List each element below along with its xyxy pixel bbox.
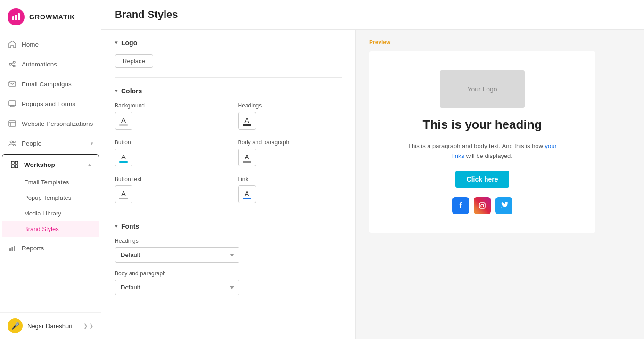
headings-font-select[interactable]: Default xyxy=(115,247,239,263)
background-color-btn[interactable]: A xyxy=(115,112,132,130)
svg-rect-17 xyxy=(15,161,18,164)
logo-section: ▾ Logo Replace xyxy=(115,39,342,78)
svg-point-14 xyxy=(10,141,13,143)
home-icon xyxy=(8,40,17,49)
instagram-icon xyxy=(474,197,491,214)
colors-divider xyxy=(115,213,342,213)
body-color-bar xyxy=(243,161,251,163)
paragraph-text-start: This is a paragraph and body text. And t… xyxy=(408,142,545,149)
reports-label: Reports xyxy=(22,245,93,252)
facebook-icon: f xyxy=(452,197,469,214)
web-icon xyxy=(8,119,17,128)
svg-rect-2 xyxy=(18,13,20,20)
button-text-label: Button text xyxy=(115,176,219,182)
svg-point-3 xyxy=(9,63,11,65)
people-icon xyxy=(8,139,17,148)
workshop-label: Workshop xyxy=(24,161,83,168)
app-name: GROWMATIK xyxy=(29,13,75,21)
people-chevron: ▾ xyxy=(91,141,93,147)
workshop-chevron: ▴ xyxy=(88,162,91,168)
preview-paragraph: This is a paragraph and body text. And t… xyxy=(402,141,562,161)
page-header: Brand Styles xyxy=(101,0,644,30)
svg-rect-21 xyxy=(12,247,13,251)
button-text-color-btn[interactable]: A xyxy=(115,185,132,203)
svg-rect-20 xyxy=(9,248,11,251)
main-content: Brand Styles ▾ Logo Replace ▾ Colors xyxy=(101,0,644,339)
sidebar-item-brand-styles[interactable]: Brand Styles xyxy=(2,221,99,237)
button-color-item: Button A xyxy=(115,139,219,166)
link-label: Link xyxy=(238,176,343,182)
body-font-label: Body and paragraph xyxy=(115,270,342,277)
fonts-fields: Headings Default Body and paragraph Defa… xyxy=(115,238,342,295)
headings-font-label: Headings xyxy=(115,238,342,244)
link-color-bar xyxy=(243,198,251,199)
website-personalizations-label: Website Personalizations xyxy=(22,120,93,127)
svg-rect-0 xyxy=(12,16,14,20)
workshop-group: Workshop ▴ Email Templates Popup Templat… xyxy=(2,154,99,237)
paragraph-text-end: will be displayed. xyxy=(464,152,512,159)
sidebar-item-reports[interactable]: Reports xyxy=(0,238,101,258)
colors-section-header[interactable]: ▾ Colors xyxy=(115,87,342,95)
fonts-collapse-icon: ▾ xyxy=(115,223,117,230)
svg-rect-18 xyxy=(11,165,14,168)
automations-label: Automations xyxy=(22,61,93,68)
sidebar-item-popups-forms[interactable]: Popups and Forms xyxy=(0,94,101,114)
user-profile[interactable]: 🎤 Negar Dareshuri ❯ ❯ xyxy=(0,312,101,339)
fonts-section-title: Fonts xyxy=(121,223,139,230)
body-font-select[interactable]: Default xyxy=(115,280,239,295)
button-color-btn[interactable]: A xyxy=(115,149,132,166)
svg-rect-10 xyxy=(10,106,14,107)
popup-icon xyxy=(8,99,17,108)
logo-icon xyxy=(8,8,25,25)
settings-panel: ▾ Logo Replace ▾ Colors Background A xyxy=(101,30,356,339)
preview-cta-button[interactable]: Click here xyxy=(455,171,510,188)
preview-heading: This is your heading xyxy=(423,117,542,132)
svg-rect-1 xyxy=(15,15,17,20)
popups-forms-label: Popups and Forms xyxy=(22,100,93,107)
app-logo[interactable]: GROWMATIK xyxy=(0,0,101,34)
svg-point-25 xyxy=(484,203,485,204)
body-paragraph-label: Body and paragraph xyxy=(238,139,343,146)
sidebar-item-media-library[interactable]: Media Library xyxy=(2,206,99,221)
sidebar-item-people[interactable]: People ▾ xyxy=(0,133,101,153)
preview-panel: Preview Your Logo This is your heading T… xyxy=(356,30,644,339)
headings-color-bar xyxy=(243,124,251,126)
background-color-item: Background A xyxy=(115,102,219,130)
button-text-color-item: Button text A xyxy=(115,176,219,203)
sidebar-item-website-personalizations[interactable]: Website Personalizations xyxy=(0,114,101,133)
svg-point-24 xyxy=(481,204,484,207)
user-name: Negar Dareshuri xyxy=(27,322,79,330)
sidebar-item-email-campaigns[interactable]: Email Campaigns xyxy=(0,74,101,94)
body-paragraph-color-item: Body and paragraph A xyxy=(238,139,343,166)
svg-rect-22 xyxy=(14,246,15,251)
sidebar-item-popup-templates[interactable]: Popup Templates xyxy=(2,190,99,206)
sidebar-item-home[interactable]: Home xyxy=(0,34,101,54)
body-paragraph-color-btn[interactable]: A xyxy=(238,149,256,166)
headings-color-btn[interactable]: A xyxy=(238,112,256,130)
button-label: Button xyxy=(115,139,219,146)
link-color-btn[interactable]: A xyxy=(238,185,256,203)
svg-rect-19 xyxy=(15,165,18,168)
workshop-icon xyxy=(10,160,19,169)
replace-logo-button[interactable]: Replace xyxy=(115,54,153,68)
logo-section-header[interactable]: ▾ Logo xyxy=(115,39,342,47)
link-color-item: Link A xyxy=(238,176,343,203)
headings-color-item: Headings A xyxy=(238,102,343,130)
sidebar-item-automations[interactable]: Automations xyxy=(0,54,101,74)
home-label: Home xyxy=(22,41,93,48)
background-color-bar xyxy=(119,124,128,126)
svg-point-5 xyxy=(13,65,15,67)
sidebar-item-workshop[interactable]: Workshop ▴ xyxy=(2,155,99,174)
colors-section: ▾ Colors Background A Headings xyxy=(115,87,342,213)
background-label: Background xyxy=(115,102,219,109)
main-nav: Home Automations Email Campaigns Popups … xyxy=(0,34,101,258)
fonts-section-header[interactable]: ▾ Fonts xyxy=(115,223,342,230)
logo-collapse-icon: ▾ xyxy=(115,40,117,46)
svg-rect-11 xyxy=(9,121,16,126)
user-avatar: 🎤 xyxy=(8,318,23,333)
page-title: Brand Styles xyxy=(115,8,631,21)
colors-section-title: Colors xyxy=(121,87,142,95)
social-icons: f xyxy=(452,197,512,214)
sidebar-item-email-templates[interactable]: Email Templates xyxy=(2,174,99,190)
user-expand-icon: ❯ ❯ xyxy=(83,323,93,329)
